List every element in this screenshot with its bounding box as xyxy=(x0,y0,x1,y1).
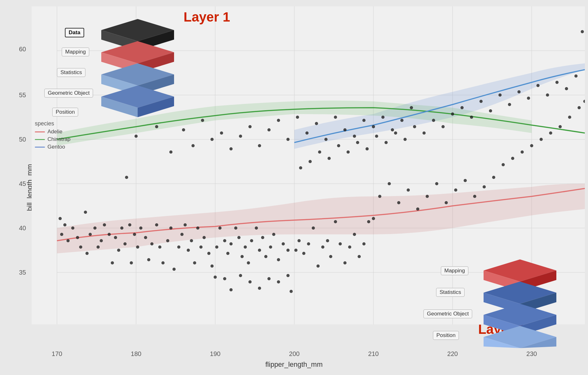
svg-point-76 xyxy=(272,233,275,236)
svg-point-35 xyxy=(128,223,131,226)
svg-point-92 xyxy=(343,261,347,264)
svg-point-146 xyxy=(479,100,483,103)
svg-point-91 xyxy=(339,242,342,245)
svg-point-111 xyxy=(267,128,271,131)
svg-point-151 xyxy=(527,97,530,100)
svg-point-174 xyxy=(530,144,533,147)
svg-point-96 xyxy=(362,242,366,245)
legend-item-adelie: Adelie xyxy=(35,129,71,135)
svg-point-114 xyxy=(296,116,299,119)
svg-point-118 xyxy=(334,116,337,119)
svg-point-110 xyxy=(258,144,261,147)
svg-point-117 xyxy=(324,138,328,141)
legend-label-adelie: Adelie xyxy=(47,129,62,135)
svg-point-71 xyxy=(255,226,258,230)
svg-point-172 xyxy=(511,157,514,160)
layer1-tag-mapping: Mapping xyxy=(62,48,89,56)
svg-point-116 xyxy=(315,122,318,125)
svg-point-90 xyxy=(334,220,337,223)
svg-point-181 xyxy=(214,276,217,279)
svg-point-41 xyxy=(147,258,150,261)
svg-point-34 xyxy=(125,176,128,179)
layer2-tag-statistics: Statistics xyxy=(436,288,465,297)
svg-point-155 xyxy=(565,87,568,90)
svg-point-107 xyxy=(229,147,233,150)
svg-point-70 xyxy=(250,239,253,242)
y-tick-45: 45 xyxy=(19,180,26,188)
svg-point-153 xyxy=(546,93,549,97)
svg-point-108 xyxy=(239,135,242,138)
svg-point-106 xyxy=(220,131,223,135)
svg-point-51 xyxy=(184,223,187,226)
svg-point-126 xyxy=(410,106,413,109)
svg-point-135 xyxy=(375,135,378,138)
svg-point-65 xyxy=(234,226,237,230)
svg-point-175 xyxy=(540,138,543,141)
svg-point-55 xyxy=(196,226,199,230)
svg-point-58 xyxy=(207,252,210,255)
svg-point-187 xyxy=(267,277,271,280)
svg-point-53 xyxy=(190,239,193,242)
svg-point-150 xyxy=(517,90,521,93)
svg-point-137 xyxy=(394,131,397,135)
svg-point-24 xyxy=(93,226,97,230)
svg-point-130 xyxy=(328,157,331,160)
svg-point-80 xyxy=(290,290,293,293)
svg-point-89 xyxy=(329,255,332,258)
x-tick-230: 230 xyxy=(526,350,537,358)
svg-point-182 xyxy=(223,277,226,280)
legend-label-chinstrap: Chinstrap xyxy=(47,136,71,143)
svg-point-95 xyxy=(358,255,361,258)
svg-point-113 xyxy=(286,138,290,141)
svg-point-133 xyxy=(356,141,359,144)
svg-point-42 xyxy=(150,242,153,245)
main-container: bill_length_mm flipper_length_mm 35 40 4… xyxy=(0,0,588,375)
svg-point-28 xyxy=(108,233,111,236)
svg-point-50 xyxy=(180,233,184,236)
svg-point-122 xyxy=(372,125,375,128)
svg-point-30 xyxy=(114,236,117,239)
layer1-stack: Data Mapping Statistics Geometric Object… xyxy=(82,16,193,117)
svg-point-83 xyxy=(302,252,305,255)
svg-point-158 xyxy=(378,195,381,198)
svg-point-43 xyxy=(155,223,158,226)
svg-point-33 xyxy=(123,242,127,245)
svg-point-68 xyxy=(244,245,247,249)
svg-point-129 xyxy=(318,150,321,154)
svg-point-119 xyxy=(343,128,347,131)
svg-point-152 xyxy=(536,84,540,87)
legend-line-chinstrap xyxy=(35,139,45,140)
svg-point-29 xyxy=(111,261,114,264)
y-tick-60: 60 xyxy=(19,46,26,53)
svg-point-147 xyxy=(489,109,492,112)
layer1-tag-data: Data xyxy=(65,28,84,37)
svg-point-128 xyxy=(309,160,312,163)
svg-point-143 xyxy=(451,112,454,116)
svg-point-39 xyxy=(139,226,142,230)
svg-point-54 xyxy=(193,261,196,264)
svg-point-81 xyxy=(294,249,297,252)
svg-point-169 xyxy=(483,185,486,188)
svg-point-123 xyxy=(381,116,385,119)
x-tick-210: 210 xyxy=(368,350,378,358)
x-tick-200: 200 xyxy=(289,350,299,358)
svg-point-32 xyxy=(120,226,123,230)
svg-point-100 xyxy=(155,125,158,128)
svg-point-63 xyxy=(226,252,229,255)
svg-point-56 xyxy=(199,245,203,249)
svg-point-142 xyxy=(441,125,445,128)
svg-point-149 xyxy=(508,103,511,106)
x-tick-170: 170 xyxy=(52,350,62,358)
svg-point-26 xyxy=(100,239,103,242)
svg-point-21 xyxy=(84,211,87,214)
svg-point-103 xyxy=(191,144,195,147)
svg-point-27 xyxy=(103,223,106,226)
svg-point-60 xyxy=(215,245,218,249)
svg-point-93 xyxy=(348,245,351,249)
svg-point-109 xyxy=(248,125,252,128)
svg-point-101 xyxy=(169,150,172,154)
svg-point-79 xyxy=(286,249,290,252)
layer1-tag-geom: Geometric Object xyxy=(44,89,93,98)
svg-point-78 xyxy=(282,242,285,245)
layer2-stack: Mapping Statistics Geometric Object Posi… xyxy=(465,256,575,348)
